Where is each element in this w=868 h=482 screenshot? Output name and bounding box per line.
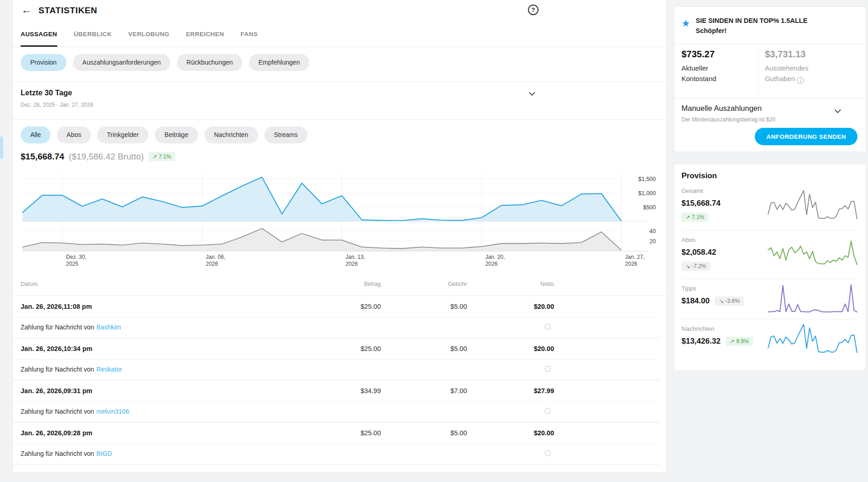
provision-amount: $184.00 [681, 296, 709, 306]
chip-provision[interactable]: Provision [21, 54, 66, 71]
transaction-description: Zahlung für Nachricht vonReskator [21, 366, 122, 373]
current-balance-amount: $735.27 [681, 49, 750, 60]
transaction-date: Jan. 26, 2026,09:28 pm [21, 429, 92, 437]
chip-streams[interactable]: Streams [264, 126, 308, 143]
provision-amount: $2,058.42 [681, 248, 716, 257]
provision-amount: $15,668.74 [681, 199, 720, 208]
netto-cell: $20.00 [485, 345, 554, 352]
tabs: AUSSAGENÜBERBLICKVERLOBUNGERREICHENFANS [21, 21, 666, 47]
balance-card: ★ SIE SINDEN IN DEN TOP% 1.5ALLE Schöpfe… [674, 6, 866, 152]
chip-empfehlungen[interactable]: Empfehlungen [249, 54, 309, 71]
provision-item-abos: Abos$2,058.42↘ -7.2% [681, 230, 858, 279]
category-chips: AlleAbosTrinkgelderBeiträgeNachrichtenSt… [21, 126, 308, 143]
help-icon[interactable]: ? [528, 5, 538, 15]
payer-link[interactable]: melvin3106 [96, 408, 129, 415]
pending-balance: $3,731.13 Ausstehendes Guthaben i [765, 49, 847, 84]
divider [674, 98, 866, 99]
summary-change-badge: ↗ 7.1% [148, 152, 176, 161]
provision-amount: $13,426.32 [681, 337, 720, 346]
gebuehr-cell: $7.00 [398, 387, 467, 394]
sparkline-nachrichten [767, 321, 858, 358]
netto-cell: $27.99 [485, 387, 554, 394]
provision-card: Provision Gesamt$15,668.74↗ 7.1%Abos$2,0… [674, 164, 866, 371]
current-balance: $735.27 Aktueller Kontostand [681, 49, 750, 84]
change-badge: ↘ -3.6% [715, 296, 744, 306]
provision-item-nachrichten: Nachrichten$13,426.32↗ 9.9% [681, 319, 858, 359]
netto-cell: $20.00 [485, 303, 554, 310]
table-row: Jan. 26, 2026,09:31 pm$34.99$7.00$27.99Z… [13, 380, 660, 422]
transaction-date: Jan. 26, 2026,09:31 pm [21, 387, 92, 394]
chip-abos[interactable]: Abos [57, 126, 91, 143]
tab-verlobung[interactable]: VERLOBUNG [128, 21, 170, 47]
chip-trinkgelder[interactable]: Trinkgelder [97, 126, 148, 143]
divider [13, 82, 666, 82]
transactions-table: Jan. 26, 2026,11:08 pm$25.00$5.00$20.00Z… [13, 296, 660, 465]
transaction-date: Jan. 26, 2026,10:34 pm [21, 345, 92, 352]
row-divider [13, 401, 660, 402]
provision-item-tipps: Tipps$184.00↘ -3.6% [681, 279, 858, 319]
send-request-button[interactable]: ANFORDERUNG SENDEN [755, 128, 857, 145]
chevron-down-icon[interactable] [835, 107, 841, 113]
tab-erreichen[interactable]: ERREICHEN [186, 21, 224, 47]
svg-text:Jan. 13,: Jan. 13, [346, 254, 365, 260]
summary-row: $15,668.74 ($19,586.42 Brutto) ↗ 7.1% [21, 152, 176, 162]
chip-alle[interactable]: Alle [21, 126, 50, 143]
chip-beitrage[interactable]: Beiträge [155, 126, 198, 143]
manual-payouts-title: Manuelle Auszahlungen [681, 104, 762, 113]
svg-text:$500: $500 [643, 204, 656, 211]
statistics-panel: ← STATISTIKEN ? AUSSAGENÜBERBLICKVERLOBU… [12, 0, 667, 473]
table-row: Jan. 26, 2026,11:08 pm$25.00$5.00$20.00Z… [13, 296, 660, 338]
tab-uberblick[interactable]: ÜBERBLICK [74, 21, 112, 47]
chip-nachrichten[interactable]: Nachrichten [204, 126, 258, 143]
column-header-datum: Datum [21, 281, 38, 287]
gebuehr-cell: $5.00 [398, 345, 467, 352]
svg-text:Dez. 30,: Dez. 30, [66, 254, 87, 260]
betrag-cell: $34.99 [312, 387, 381, 394]
provision-title: Provision [681, 171, 858, 181]
period-range: Dez. 28, 2025 - Jan. 27, 2026 [21, 102, 93, 108]
chip-ruckbuchungen[interactable]: Rückbuchungen [177, 54, 242, 71]
scroll-indicator [0, 137, 3, 159]
svg-text:2026: 2026 [625, 261, 637, 267]
divider [13, 119, 666, 120]
loading-spinner-icon [544, 408, 551, 414]
svg-text:Jan. 06,: Jan. 06, [206, 254, 225, 260]
svg-text:2026: 2026 [206, 261, 218, 267]
back-arrow-button[interactable]: ← [21, 4, 32, 16]
divider [758, 44, 758, 98]
svg-text:2026: 2026 [485, 261, 498, 267]
chip-auszahlungsanforderungen[interactable]: Auszahlungsanforderungen [73, 54, 170, 71]
gebuehr-cell: $5.00 [398, 303, 467, 310]
provision-items: Gesamt$15,668.74↗ 7.1%Abos$2,058.42↘ -7.… [681, 181, 858, 359]
column-header-gebuehr: Gebühr [398, 281, 467, 287]
payer-link[interactable]: BIGD [96, 450, 112, 457]
revenue-chart: $500$1,000$1,5002040Dez. 30,2025Jan. 06,… [21, 170, 662, 269]
current-balance-label: Aktueller Kontostand [681, 63, 743, 84]
net-total: $15,668.74 [21, 152, 64, 162]
change-badge: ↘ -7.2% [681, 262, 710, 271]
column-header-betrag: Betrag [312, 281, 381, 287]
change-badge: ↗ 7.1% [681, 213, 709, 222]
tab-aussagen[interactable]: AUSSAGEN [21, 21, 57, 47]
statistics-page: ← STATISTIKEN ? AUSSAGENÜBERBLICKVERLOBU… [0, 0, 868, 482]
payer-link[interactable]: Bashkim [96, 323, 121, 331]
payer-link[interactable]: Reskator [96, 366, 122, 373]
svg-text:Jan. 27,: Jan. 27, [625, 254, 645, 260]
provision-item-gesamt: Gesamt$15,668.74↗ 7.1% [681, 181, 858, 230]
loading-spinner-icon [544, 450, 551, 456]
star-icon: ★ [681, 18, 690, 29]
tab-fans[interactable]: FANS [241, 21, 258, 47]
column-header-netto: Netto [485, 281, 554, 287]
svg-text:40: 40 [649, 228, 656, 235]
pending-balance-label: Ausstehendes Guthaben i [765, 63, 827, 84]
transaction-description: Zahlung für Nachricht vonBIGD [21, 450, 112, 457]
svg-text:$1,500: $1,500 [638, 176, 656, 182]
svg-text:$1,000: $1,000 [638, 190, 656, 197]
info-icon[interactable]: i [797, 77, 804, 84]
tabs-bar: AUSSAGENÜBERBLICKVERLOBUNGERREICHENFANS [13, 21, 666, 47]
table-row: Jan. 26, 2026,10:34 pm$25.00$5.00$20.00Z… [13, 338, 660, 380]
betrag-cell: $25.00 [312, 345, 381, 352]
divider [674, 44, 866, 44]
chevron-down-icon[interactable] [529, 89, 535, 96]
betrag-cell: $25.00 [312, 303, 381, 310]
